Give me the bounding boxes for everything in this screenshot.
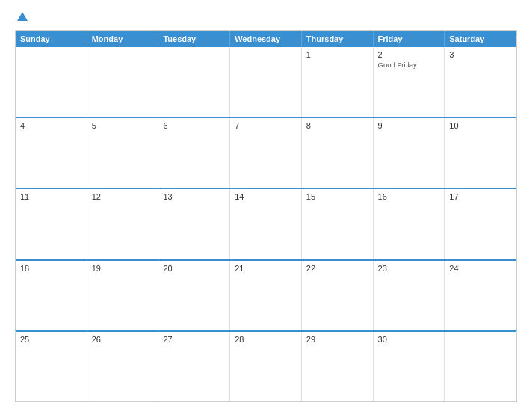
day-number: 19 <box>92 264 154 273</box>
day-number: 8 <box>306 121 368 130</box>
day-number: 13 <box>163 192 225 201</box>
week-row-1: 12Good Friday3 <box>16 47 516 117</box>
day-cell: 11 <box>16 189 87 259</box>
day-number: 29 <box>306 335 368 344</box>
day-header-sunday: Sunday <box>16 31 87 47</box>
day-cell: 24 <box>445 261 516 330</box>
day-cell: 13 <box>158 189 230 259</box>
week-row-4: 18192021222324 <box>16 259 516 330</box>
day-number: 20 <box>163 264 225 273</box>
day-cell: 27 <box>158 332 230 401</box>
day-cell: 18 <box>16 261 87 330</box>
calendar-grid: SundayMondayTuesdayWednesdayThursdayFrid… <box>15 30 517 402</box>
day-header-monday: Monday <box>87 31 159 47</box>
day-number: 15 <box>306 192 368 201</box>
day-number: 6 <box>163 121 225 130</box>
logo <box>15 13 28 22</box>
day-cell <box>445 332 516 401</box>
day-cell: 9 <box>374 118 445 188</box>
day-cell: 6 <box>158 118 230 188</box>
day-cell: 17 <box>445 189 516 259</box>
day-number: 30 <box>378 335 440 344</box>
day-headers-row: SundayMondayTuesdayWednesdayThursdayFrid… <box>16 31 516 47</box>
day-number: 24 <box>449 264 512 273</box>
day-cell <box>158 47 230 117</box>
day-number: 21 <box>235 264 297 273</box>
day-cell: 26 <box>87 332 159 401</box>
day-cell: 5 <box>87 118 159 188</box>
day-number: 14 <box>235 192 297 201</box>
day-header-friday: Friday <box>374 31 445 47</box>
day-cell: 19 <box>87 261 159 330</box>
day-cell: 23 <box>374 261 445 330</box>
day-number: 10 <box>449 121 512 130</box>
day-number: 25 <box>20 335 82 344</box>
day-cell: 8 <box>302 118 374 188</box>
day-cell: 25 <box>16 332 87 401</box>
day-number: 18 <box>20 264 82 273</box>
logo-triangle-icon <box>17 12 28 21</box>
day-number: 4 <box>20 121 82 130</box>
day-number: 9 <box>378 121 440 130</box>
day-number: 3 <box>449 50 512 59</box>
day-cell: 4 <box>16 118 87 188</box>
calendar-page: SundayMondayTuesdayWednesdayThursdayFrid… <box>0 0 532 411</box>
day-number: 22 <box>306 264 368 273</box>
day-number: 28 <box>235 335 297 344</box>
day-number: 5 <box>92 121 154 130</box>
day-number: 26 <box>92 335 154 344</box>
day-cell: 21 <box>230 261 302 330</box>
day-cell: 2Good Friday <box>374 47 445 117</box>
day-number: 2 <box>378 50 440 59</box>
day-cell: 3 <box>445 47 516 117</box>
day-cell <box>16 47 87 117</box>
day-cell: 10 <box>445 118 516 188</box>
weeks-container: 12Good Friday345678910111213141516171819… <box>16 47 516 401</box>
day-number: 16 <box>378 192 440 201</box>
day-cell <box>230 47 302 117</box>
day-cell: 1 <box>302 47 374 117</box>
day-number: 23 <box>378 264 440 273</box>
week-row-5: 252627282930 <box>16 330 516 401</box>
day-cell: 7 <box>230 118 302 188</box>
holiday-label: Good Friday <box>378 61 440 69</box>
day-header-tuesday: Tuesday <box>158 31 230 47</box>
day-number: 12 <box>92 192 154 201</box>
header <box>15 13 517 22</box>
week-row-3: 11121314151617 <box>16 188 516 259</box>
day-header-thursday: Thursday <box>302 31 374 47</box>
day-cell: 22 <box>302 261 374 330</box>
day-number: 27 <box>163 335 225 344</box>
day-cell: 30 <box>374 332 445 401</box>
day-cell: 15 <box>302 189 374 259</box>
day-cell: 12 <box>87 189 159 259</box>
day-header-wednesday: Wednesday <box>230 31 302 47</box>
day-cell: 29 <box>302 332 374 401</box>
day-cell: 16 <box>374 189 445 259</box>
day-number: 7 <box>235 121 297 130</box>
day-cell: 28 <box>230 332 302 401</box>
day-cell: 20 <box>158 261 230 330</box>
day-number: 1 <box>306 50 368 59</box>
week-row-2: 45678910 <box>16 117 516 188</box>
day-number: 11 <box>20 192 82 201</box>
day-header-saturday: Saturday <box>445 31 516 47</box>
day-cell: 14 <box>230 189 302 259</box>
day-cell <box>87 47 159 117</box>
day-number: 17 <box>449 192 512 201</box>
